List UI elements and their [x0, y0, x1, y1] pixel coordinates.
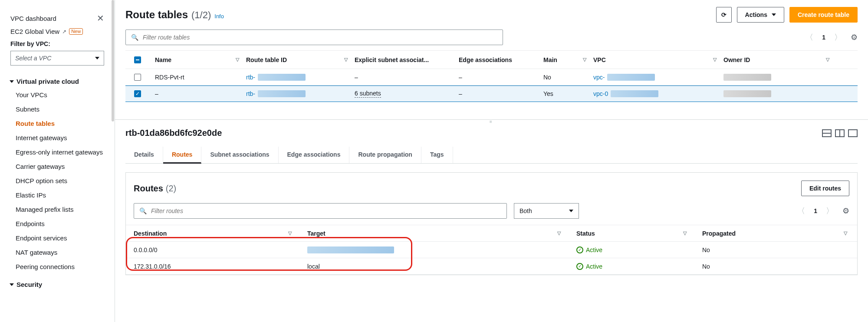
- layout-vertical-icon[interactable]: [835, 129, 845, 137]
- routes-row[interactable]: 172.31.0.0/16 local ✓Active No: [126, 258, 857, 275]
- sidebar-item-managed-prefix-lists[interactable]: Managed prefix lists: [7, 202, 115, 217]
- main: Route tables (1/2) Info ⟳ Actions Create…: [115, 0, 868, 322]
- cell-propagated: No: [694, 246, 855, 253]
- cell-name: RDS-Pvt-rt: [151, 74, 243, 81]
- sidebar-item-your-vpcs[interactable]: Your VPCs: [7, 88, 115, 102]
- pane-splitter[interactable]: [115, 119, 868, 124]
- scrollbar[interactable]: [112, 0, 114, 122]
- cell-propagated: No: [694, 263, 855, 270]
- sidebar-globalview-label: EC2 Global View: [10, 28, 59, 35]
- col-vpc[interactable]: VPC▽: [590, 56, 720, 63]
- select-vpc-dropdown[interactable]: Select a VPC: [10, 51, 104, 66]
- layout-full-icon[interactable]: [848, 129, 858, 137]
- cell-target: [299, 246, 569, 253]
- sidebar-item-egress-only-igw[interactable]: Egress-only internet gateways: [7, 145, 115, 159]
- sidebar-item-carrier-gateways[interactable]: Carrier gateways: [7, 159, 115, 174]
- filter-routes-search[interactable]: 🔍: [134, 203, 507, 219]
- col-main[interactable]: Main▽: [540, 56, 590, 63]
- col-status[interactable]: Status▽: [569, 230, 694, 237]
- sidebar-item-peering-connections[interactable]: Peering connections: [7, 260, 115, 274]
- section-vpc-toggle[interactable]: Virtual private cloud: [7, 71, 115, 88]
- sidebar-item-subnets[interactable]: Subnets: [7, 102, 115, 116]
- route-tables-grid: Name▽ Route table ID▽ Explicit subnet as…: [125, 50, 858, 102]
- sidebar-item-dhcp-option-sets[interactable]: DHCP option sets: [7, 174, 115, 188]
- vpc-link[interactable]: vpc-0: [593, 90, 608, 97]
- cell-rtid: rtb-: [243, 90, 351, 97]
- row-checkbox[interactable]: [134, 74, 141, 81]
- sidebar-dashboard-link[interactable]: VPC dashboard ✕: [7, 10, 115, 25]
- cell-main: No: [540, 74, 590, 81]
- detail-title: rtb-01da86bd6fc92e0de: [125, 128, 222, 138]
- cell-owner: [720, 90, 833, 97]
- sort-icon: ▽: [583, 57, 586, 62]
- tab-tags[interactable]: Tags: [421, 147, 453, 163]
- chevron-down-icon: [569, 210, 573, 212]
- sidebar-item-nat-gateways[interactable]: NAT gateways: [7, 245, 115, 260]
- routes-page-number: 1: [814, 207, 817, 214]
- routes-title: Routes (2): [134, 184, 176, 194]
- col-target[interactable]: Target▽: [299, 230, 569, 237]
- sidebar-item-endpoint-services[interactable]: Endpoint services: [7, 231, 115, 245]
- col-explicit-subnet[interactable]: Explicit subnet associat...: [351, 56, 455, 63]
- sort-icon: ▽: [683, 230, 687, 236]
- chevron-down-icon: [772, 13, 776, 16]
- col-owner-id[interactable]: Owner ID▽: [720, 56, 833, 63]
- table-row[interactable]: ✓ – rtb- 6 subnets – Yes vpc-0: [125, 85, 858, 102]
- cell-edge: –: [455, 74, 540, 81]
- table-row[interactable]: RDS-Pvt-rt rtb- – – No vpc-: [125, 69, 858, 85]
- caret-down-icon: [10, 80, 14, 83]
- vpc-link[interactable]: vpc-: [593, 74, 605, 81]
- sort-icon: ▽: [557, 230, 561, 236]
- next-page-button[interactable]: 〉: [832, 31, 844, 43]
- prev-page-button[interactable]: 〈: [804, 31, 815, 43]
- section-security-toggle[interactable]: Security: [7, 274, 115, 291]
- col-propagated[interactable]: Propagated▽: [694, 230, 855, 237]
- gear-icon[interactable]: ⚙: [842, 206, 849, 216]
- actions-button[interactable]: Actions: [737, 7, 784, 23]
- tab-edge-associations[interactable]: Edge associations: [279, 147, 350, 163]
- route-table-link[interactable]: rtb-: [246, 90, 255, 97]
- select-all-checkbox[interactable]: [134, 56, 141, 63]
- filter-routes-input[interactable]: [150, 207, 501, 215]
- close-icon[interactable]: ✕: [97, 13, 111, 23]
- refresh-button[interactable]: ⟳: [716, 7, 732, 23]
- row-checkbox[interactable]: ✓: [134, 90, 141, 97]
- subnets-link[interactable]: 6 subnets: [355, 90, 381, 98]
- tab-route-propagation[interactable]: Route propagation: [349, 147, 421, 163]
- col-destination[interactable]: Destination▽: [126, 230, 299, 237]
- page-title: Route tables (1/2) Info: [125, 9, 224, 21]
- cell-subnets: 6 subnets: [351, 90, 455, 98]
- create-route-table-button[interactable]: Create route table: [789, 7, 858, 23]
- routes-prev-page[interactable]: 〈: [796, 205, 807, 217]
- search-icon: 🔍: [139, 207, 147, 214]
- routes-row[interactable]: 0.0.0.0/0 ✓Active No: [126, 242, 857, 258]
- edit-routes-button[interactable]: Edit routes: [801, 181, 849, 196]
- gear-icon[interactable]: ⚙: [851, 33, 858, 42]
- filter-route-tables-search[interactable]: 🔍: [125, 30, 503, 45]
- tab-details[interactable]: Details: [125, 147, 163, 163]
- sidebar-item-endpoints[interactable]: Endpoints: [7, 217, 115, 231]
- chevron-down-icon: [95, 57, 99, 59]
- route-table-link[interactable]: rtb-: [246, 74, 255, 81]
- tab-subnet-associations[interactable]: Subnet associations: [201, 147, 278, 163]
- external-link-icon: ↗: [62, 29, 66, 35]
- routes-next-page[interactable]: 〉: [824, 205, 835, 217]
- sidebar-item-internet-gateways[interactable]: Internet gateways: [7, 131, 115, 145]
- caret-down-icon: [10, 283, 14, 286]
- sidebar-item-elastic-ips[interactable]: Elastic IPs: [7, 188, 115, 202]
- sidebar-item-route-tables[interactable]: Route tables: [7, 116, 115, 131]
- col-route-table-id[interactable]: Route table ID▽: [243, 56, 351, 63]
- detail-pane: rtb-01da86bd6fc92e0de Details Routes Sub…: [115, 124, 868, 322]
- routes-filter-dropdown[interactable]: Both: [514, 203, 579, 219]
- sidebar-globalview-link[interactable]: EC2 Global View ↗ New: [7, 25, 115, 37]
- info-link[interactable]: Info: [214, 13, 224, 20]
- layout-horizontal-icon[interactable]: [822, 129, 832, 137]
- col-name[interactable]: Name▽: [151, 56, 243, 63]
- cell-status: ✓Active: [569, 263, 694, 270]
- sort-icon: ▽: [844, 230, 847, 236]
- new-badge: New: [69, 28, 83, 35]
- filter-route-tables-input[interactable]: [142, 33, 497, 41]
- pager: 〈 1 〉 ⚙: [804, 31, 858, 43]
- col-edge-assoc[interactable]: Edge associations: [455, 56, 540, 63]
- tab-routes[interactable]: Routes: [163, 147, 201, 164]
